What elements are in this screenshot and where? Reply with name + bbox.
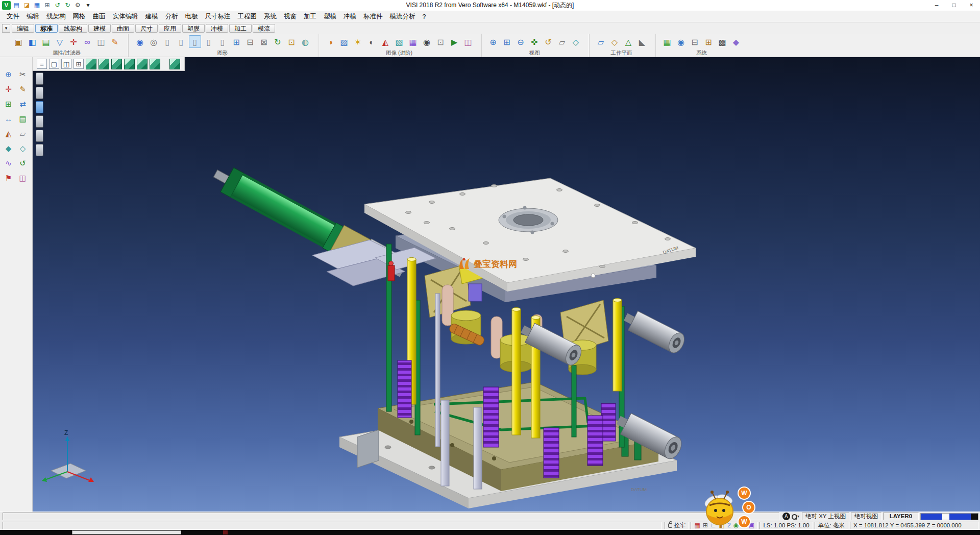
absolute-view-field[interactable]: 绝对视图 bbox=[851, 513, 881, 520]
line-style-4-button[interactable]: ▯ bbox=[203, 35, 215, 48]
menu-machining[interactable]: 加工 bbox=[300, 11, 320, 22]
maximize-button[interactable]: □ bbox=[945, 0, 963, 11]
clipboard-small-button[interactable]: ◫ bbox=[17, 172, 29, 184]
attributes-button[interactable]: ▣ bbox=[12, 35, 24, 48]
menu-electrode[interactable]: 电极 bbox=[182, 11, 202, 22]
clipboard-icon[interactable]: ▤ bbox=[12, 1, 21, 10]
isometric-cube-button[interactable]: ◆ bbox=[730, 35, 742, 48]
mirror-button[interactable]: ⇄ bbox=[17, 98, 29, 110]
menu-help[interactable]: ? bbox=[419, 12, 430, 21]
view-list-button[interactable]: ≡ bbox=[37, 59, 47, 69]
blank-elements-button[interactable]: ⊠ bbox=[258, 35, 270, 48]
section-plane-button[interactable]: ◭ bbox=[3, 128, 15, 140]
line-style-2-button[interactable]: ▯ bbox=[175, 35, 187, 48]
menu-dimensioning[interactable]: 尺寸标注 bbox=[202, 11, 234, 22]
view-front-cube-button[interactable] bbox=[111, 59, 122, 69]
zoom-window-button[interactable]: ⊞ bbox=[501, 35, 513, 48]
zoom-previous-button[interactable]: ⊖ bbox=[514, 35, 527, 48]
redo-icon[interactable]: ↻ bbox=[63, 1, 72, 10]
viewport-3d-model[interactable]: DATUM bbox=[33, 57, 980, 512]
tab-stamping[interactable]: 冲模 bbox=[206, 24, 228, 33]
color-swatch[interactable] bbox=[949, 514, 957, 520]
menu-solid-edit[interactable]: 实体编辑 bbox=[109, 11, 142, 22]
visi-logo-icon[interactable]: V bbox=[2, 1, 11, 10]
stereo-view-button[interactable]: ◫ bbox=[462, 35, 474, 48]
curve-wave-button[interactable]: ∿ bbox=[3, 157, 15, 169]
menu-window[interactable]: 视窗 bbox=[280, 11, 300, 22]
color-swatch[interactable] bbox=[964, 514, 971, 520]
workplane-xy-button[interactable]: ▱ bbox=[595, 35, 607, 48]
color-swatch[interactable] bbox=[957, 514, 964, 520]
wireframe-mode-button[interactable]: ◎ bbox=[148, 35, 160, 48]
menu-file[interactable]: 文件 bbox=[3, 11, 23, 22]
settings-icon[interactable]: ⚙ bbox=[74, 1, 82, 10]
view-back-cube-button[interactable] bbox=[137, 59, 148, 69]
view-single-button[interactable]: ▢ bbox=[49, 59, 59, 69]
tab-dimension[interactable]: 尺寸 bbox=[135, 24, 158, 33]
cube-spacer[interactable] bbox=[162, 59, 167, 69]
taskbar-app-chip[interactable] bbox=[223, 530, 228, 534]
view-manager-button[interactable]: ⊡ bbox=[285, 35, 298, 48]
color-swatch[interactable] bbox=[921, 514, 928, 520]
edit-pencil-button[interactable]: ✎ bbox=[17, 83, 29, 95]
background-button[interactable]: ▦ bbox=[407, 35, 419, 48]
pan-button[interactable]: ✜ bbox=[528, 35, 541, 48]
group-elements-button[interactable]: ⊟ bbox=[244, 35, 256, 48]
undo-icon[interactable]: ↺ bbox=[53, 1, 62, 10]
notes-button[interactable]: ▤ bbox=[17, 113, 29, 125]
solid-box-button[interactable]: ◆ bbox=[3, 142, 15, 155]
snapshot-button[interactable]: ⊡ bbox=[434, 35, 447, 48]
saved-view-5-button[interactable] bbox=[36, 130, 43, 142]
close-button[interactable]: × bbox=[963, 0, 980, 11]
view-iso-cube-button[interactable] bbox=[86, 59, 96, 69]
minimize-button[interactable]: – bbox=[928, 0, 945, 11]
workplane-3pt-button[interactable]: △ bbox=[622, 35, 634, 48]
saved-view-3-button[interactable] bbox=[36, 101, 43, 113]
layer-filter-button[interactable]: ▤ bbox=[40, 35, 52, 48]
saved-view-4-button[interactable] bbox=[36, 115, 43, 128]
viewport[interactable]: DATUM bbox=[33, 57, 980, 512]
measure-button[interactable]: ↔ bbox=[3, 113, 15, 125]
database-button[interactable]: ⊟ bbox=[689, 35, 701, 48]
absolute-xy-view-field[interactable]: 绝对 XY 上视图 bbox=[802, 513, 849, 520]
texture-button[interactable]: ▨ bbox=[338, 35, 350, 48]
rotate-view-button[interactable]: ↺ bbox=[542, 35, 554, 48]
tab-mold[interactable]: 塑膜 bbox=[182, 24, 205, 33]
color-swatch[interactable] bbox=[928, 514, 935, 520]
view-search-button[interactable]: ▾ bbox=[791, 514, 799, 520]
zoom-t ool-button[interactable]: ⊕ bbox=[3, 68, 15, 81]
quick-menu-arrow-icon[interactable]: ▾ bbox=[84, 1, 92, 10]
section-button[interactable]: ◭ bbox=[379, 35, 391, 48]
saved-view-2-button[interactable] bbox=[36, 87, 43, 99]
paintbrush-button[interactable]: ✎ bbox=[109, 35, 121, 48]
grid-snap-button[interactable]: ⊞ bbox=[3, 98, 15, 110]
zoom-fit-button[interactable]: ⊕ bbox=[487, 35, 499, 48]
tab-wireframe[interactable]: 线架构 bbox=[59, 24, 87, 33]
open-file-icon[interactable]: ◪ bbox=[22, 1, 31, 10]
line-style-3-button[interactable]: ▯ bbox=[189, 35, 201, 48]
menu-analysis[interactable]: 分析 bbox=[162, 11, 182, 22]
line-style-1-button[interactable]: ▯ bbox=[161, 35, 174, 48]
tab-surface[interactable]: 曲面 bbox=[112, 24, 134, 33]
taskbar-window-preview[interactable] bbox=[72, 530, 181, 534]
animate-button[interactable]: ▶ bbox=[448, 35, 460, 48]
render-button[interactable]: ◑ bbox=[324, 35, 336, 48]
saved-view-6-button[interactable] bbox=[36, 144, 43, 156]
transparency-button[interactable]: ▧ bbox=[393, 35, 405, 48]
calculator-button[interactable]: ⊞ bbox=[702, 35, 715, 48]
print-icon[interactable]: ⊞ bbox=[43, 1, 52, 10]
tab-edit[interactable]: 编辑 bbox=[12, 24, 34, 33]
workplane-align-button[interactable]: ◇ bbox=[608, 35, 621, 48]
sheet-plane-button[interactable]: ▱ bbox=[17, 128, 29, 140]
tab-flow[interactable]: 模流 bbox=[253, 24, 275, 33]
pick-filter-button[interactable]: ✛ bbox=[67, 35, 80, 48]
tab-standard[interactable]: 标准 bbox=[35, 24, 58, 33]
layer-box-button[interactable]: ⊞ bbox=[230, 35, 242, 48]
menu-drawing[interactable]: 工程图 bbox=[234, 11, 261, 22]
scissors-button[interactable]: ✂ bbox=[17, 68, 29, 81]
matrix-button[interactable]: ▩ bbox=[716, 35, 728, 48]
menu-stamping[interactable]: 冲模 bbox=[340, 11, 360, 22]
color-palette-button[interactable]: ▦ bbox=[661, 35, 673, 48]
line-style-5-button[interactable]: ▯ bbox=[216, 35, 229, 48]
tab-modeling[interactable]: 建模 bbox=[88, 24, 111, 33]
